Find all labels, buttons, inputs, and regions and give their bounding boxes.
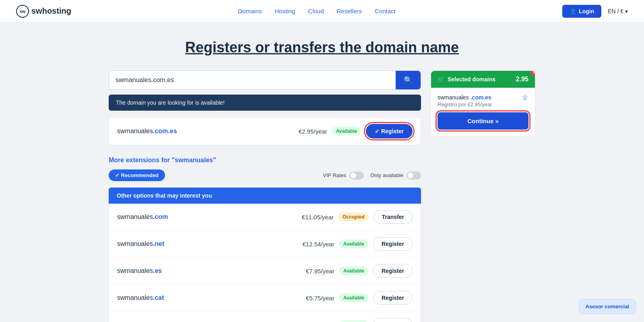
search-icon: 🔍	[404, 76, 413, 85]
option-status: Available	[339, 266, 368, 275]
options-table: Other options that may interest you swma…	[109, 188, 421, 322]
chevron-down-icon: ▾	[625, 8, 628, 14]
logo-text: swhosting	[31, 6, 71, 16]
cart-item-info: swmanuales .com.es Registro por €2.95/ye…	[438, 94, 492, 107]
cart-item: swmanuales .com.es Registro por €2.95/ye…	[438, 94, 528, 107]
cart-body: swmanuales .com.es Registro por €2.95/ye…	[431, 88, 535, 136]
register-button[interactable]: Register	[373, 264, 413, 278]
option-price: €5.75/year	[306, 295, 334, 301]
options-list: swmanuales.com €11.05/year Occupied Tran…	[109, 204, 421, 322]
only-available-toggle-group: Only available	[370, 171, 421, 180]
more-extensions-title: More extensions for "swmanuales"	[109, 157, 421, 164]
option-status: Available	[339, 293, 368, 302]
table-row: swmanuales.cat €5.75/year Available Regi…	[109, 285, 421, 312]
right-column: 🛒 Selected domains 1 2.95 swmanuales .co…	[431, 70, 535, 136]
left-column: 🔍 The domain you are looking for is avai…	[109, 70, 421, 322]
nav-resellers[interactable]: Resellers	[337, 8, 362, 14]
main-nav: Domains Hosting Cloud Resellers Contact	[238, 8, 395, 14]
option-status: Occupied	[339, 213, 369, 221]
option-price: €7.95/year	[306, 268, 334, 275]
main-domain-row: swmanuales.com.es €2.95/year Available ✓…	[109, 117, 421, 145]
table-row: swmanuales.org €11.26/year Available Reg…	[109, 312, 421, 322]
only-available-label: Only available	[370, 172, 403, 178]
option-domain-name: swmanuales.com	[117, 213, 168, 221]
cart-domain-price: Registro por €2.95/year	[438, 101, 492, 107]
header-right: 👤 Login EN / € ▾	[562, 5, 628, 18]
option-right: €11.05/year Occupied Transfer	[302, 210, 413, 224]
vip-rates-toggle-group: VIP Rates	[323, 171, 364, 180]
option-price: €12.54/year	[302, 241, 334, 248]
option-right: €12.54/year Available Register	[302, 237, 413, 251]
table-row: swmanuales.net €12.54/year Available Reg…	[109, 231, 421, 258]
option-domain-name: swmanuales.net	[117, 240, 164, 248]
nav-cloud[interactable]: Cloud	[308, 8, 324, 14]
cart-header: 🛒 Selected domains 1 2.95	[431, 71, 535, 88]
main-domain-price: €2.95/year	[299, 128, 327, 135]
option-status: Available	[339, 239, 368, 248]
main-domain-status: Available	[332, 127, 361, 136]
cart-panel: 🛒 Selected domains 1 2.95 swmanuales .co…	[431, 70, 535, 136]
option-right: €5.75/year Available Register	[306, 291, 413, 305]
login-button[interactable]: 👤 Login	[562, 5, 601, 18]
table-row: swmanuales.es €7.95/year Available Regis…	[109, 258, 421, 285]
search-button[interactable]: 🔍	[396, 71, 421, 89]
main-register-button[interactable]: ✓ Register	[366, 124, 413, 138]
option-right: €7.95/year Available Register	[306, 264, 413, 278]
page-title: Registers or transfers the domain name	[109, 39, 535, 56]
continue-button[interactable]: Continue »	[438, 112, 528, 130]
options-header: Other options that may interest you	[109, 188, 421, 204]
cart-domain-name: swmanuales .com.es	[438, 94, 492, 101]
main-domain-right: €2.95/year Available ✓ Register	[299, 124, 413, 138]
site-header: sw swhosting Domains Hosting Cloud Resel…	[0, 0, 644, 23]
option-domain-name: swmanuales.es	[117, 267, 162, 275]
main-content: Registers or transfers the domain name 🔍…	[101, 23, 543, 322]
nav-contact[interactable]: Contact	[375, 8, 396, 14]
option-price: €11.05/year	[302, 214, 334, 221]
nav-hosting[interactable]: Hosting	[275, 8, 295, 14]
cart-title: Selected domains	[448, 76, 495, 83]
availability-banner: The domain you are looking for is availa…	[109, 95, 421, 111]
vip-rates-toggle[interactable]	[349, 171, 364, 180]
logo[interactable]: sw swhosting	[16, 5, 71, 18]
transfer-button[interactable]: Transfer	[374, 210, 413, 224]
filters-bar: ✓ Recommended VIP Rates Only available	[109, 169, 421, 181]
cart-total: 2.95	[516, 76, 528, 83]
user-icon: 👤	[570, 8, 576, 14]
cart-header-left: 🛒 Selected domains	[438, 76, 495, 83]
content-layout: 🔍 The domain you are looking for is avai…	[109, 70, 535, 322]
search-input[interactable]	[109, 71, 396, 89]
search-bar: 🔍	[109, 70, 421, 90]
filter-toggles: VIP Rates Only available	[323, 171, 421, 180]
main-domain-name: swmanuales.com.es	[117, 128, 177, 135]
vip-rates-label: VIP Rates	[323, 172, 346, 178]
recommended-filter-button[interactable]: ✓ Recommended	[109, 169, 165, 181]
option-right: €11.26/year Available Register	[302, 318, 413, 322]
register-button[interactable]: Register	[373, 318, 413, 322]
delete-cart-item-button[interactable]: 🗑	[522, 94, 528, 101]
cart-icon: 🛒	[438, 76, 444, 83]
logo-icon: sw	[16, 5, 29, 18]
option-domain-name: swmanuales.cat	[117, 294, 164, 301]
register-button[interactable]: Register	[373, 291, 413, 305]
cart-badge: 1	[530, 70, 535, 76]
nav-domains[interactable]: Domains	[238, 8, 262, 14]
option-status: Available	[339, 320, 368, 322]
register-button[interactable]: Register	[373, 237, 413, 251]
language-selector[interactable]: EN / € ▾	[608, 8, 628, 14]
page-title-underline: Registers or transfers	[185, 39, 336, 56]
table-row: swmanuales.com €11.05/year Occupied Tran…	[109, 204, 421, 231]
only-available-toggle[interactable]	[407, 171, 421, 180]
asesor-button[interactable]: Asesor comercial	[579, 299, 636, 314]
